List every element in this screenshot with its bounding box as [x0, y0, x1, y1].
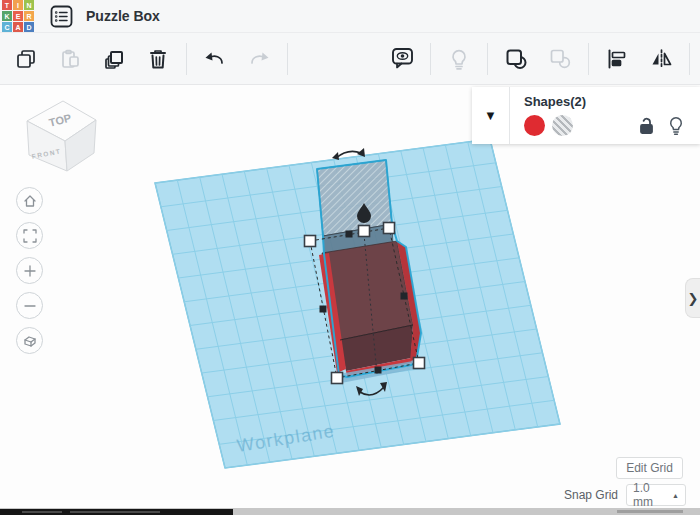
zoom-out-icon — [23, 299, 37, 313]
snap-grid-dropdown[interactable]: 1.0 mm ▲ — [626, 484, 686, 506]
chevron-right-icon: ❯ — [688, 291, 699, 306]
logo-tile: D — [24, 22, 34, 32]
ortho-view-icon — [23, 334, 37, 348]
home-icon — [23, 194, 37, 208]
copy-icon — [15, 48, 37, 70]
toolbar-separator — [487, 43, 488, 75]
undo-button[interactable] — [198, 37, 232, 81]
hide-button[interactable] — [385, 37, 419, 81]
taskbar-text-smudge — [617, 510, 683, 513]
snap-grid-label: Snap Grid — [564, 488, 618, 502]
taskbar-dark-segment — [0, 509, 233, 515]
design-menu-button[interactable] — [48, 3, 74, 29]
right-panel-toggle[interactable]: ❯ — [685, 278, 700, 318]
app-header: T I N K E R C A D Puzzle Box — [0, 0, 700, 33]
fit-view-button[interactable] — [16, 222, 43, 249]
shapes-panel-body: Shapes(2) — [510, 87, 700, 144]
zoom-in-button[interactable] — [16, 257, 43, 284]
main-toolbar — [0, 33, 700, 85]
logo-tile: K — [2, 11, 12, 21]
logo-tile: E — [13, 11, 23, 21]
list-icon — [50, 5, 73, 28]
ungroup-button[interactable] — [543, 37, 577, 81]
shapes-panel: ▼ Shapes(2) — [472, 87, 700, 144]
shapes-panel-title: Shapes(2) — [524, 94, 690, 109]
logo-tile: I — [13, 0, 23, 10]
logo-tile: A — [13, 22, 23, 32]
scene-3d[interactable]: Workplane TOP FRONT — [0, 86, 700, 508]
group-button[interactable] — [499, 37, 533, 81]
ungroup-icon — [548, 47, 572, 71]
snap-grid-value: 1.0 mm — [633, 481, 672, 509]
document-title: Puzzle Box — [86, 8, 160, 24]
viewport-3d[interactable]: Workplane TOP FRONT — [0, 86, 700, 508]
toolbar-separator — [689, 43, 690, 75]
dropdown-up-icon: ▲ — [672, 492, 679, 499]
eye-badge-icon — [390, 46, 415, 71]
unlock-icon[interactable] — [637, 115, 657, 135]
chevron-down-icon: ▼ — [484, 108, 497, 123]
undo-icon — [203, 48, 227, 70]
lightbulb-icon — [448, 47, 470, 71]
mirror-button[interactable] — [644, 37, 678, 81]
align-icon — [606, 48, 628, 70]
toolbar-separator — [430, 43, 431, 75]
toolbar-separator — [588, 43, 589, 75]
taskbar-strip — [0, 508, 700, 515]
delete-button[interactable] — [141, 37, 175, 81]
snap-grid-row: Snap Grid 1.0 mm ▲ — [564, 484, 686, 506]
view-cube[interactable]: TOP FRONT — [27, 101, 96, 171]
tinkercad-logo[interactable]: T I N K E R C A D — [0, 0, 34, 34]
trash-icon — [147, 48, 169, 70]
logo-tile: N — [24, 0, 34, 10]
duplicate-button[interactable] — [97, 37, 131, 81]
bulb-icon[interactable] — [666, 114, 686, 136]
copy-button[interactable] — [9, 37, 43, 81]
paste-button[interactable] — [53, 37, 87, 81]
redo-icon — [247, 48, 271, 70]
show-all-button[interactable] — [442, 37, 476, 81]
ortho-view-button[interactable] — [16, 327, 43, 354]
color-swatch-red[interactable] — [524, 115, 545, 136]
edit-grid-button[interactable]: Edit Grid — [616, 457, 683, 479]
home-view-button[interactable] — [16, 187, 43, 214]
material-swatch-hole[interactable] — [552, 115, 573, 136]
toolbar-separator — [287, 43, 288, 75]
redo-button[interactable] — [242, 37, 276, 81]
logo-tile: T — [2, 0, 12, 10]
logo-tile: R — [24, 11, 34, 21]
group-icon — [504, 47, 528, 71]
zoom-in-icon — [23, 264, 37, 278]
zoom-out-button[interactable] — [16, 292, 43, 319]
paste-icon — [59, 48, 81, 70]
hole-box-top-face[interactable] — [317, 160, 392, 236]
shapes-panel-collapse-button[interactable]: ▼ — [472, 87, 510, 144]
fit-view-icon — [23, 229, 37, 243]
view-nav-column — [16, 187, 44, 362]
logo-tile: C — [2, 22, 12, 32]
mirror-icon — [650, 48, 673, 70]
duplicate-icon — [102, 47, 126, 71]
toolbar-separator — [186, 43, 187, 75]
align-button[interactable] — [600, 37, 634, 81]
